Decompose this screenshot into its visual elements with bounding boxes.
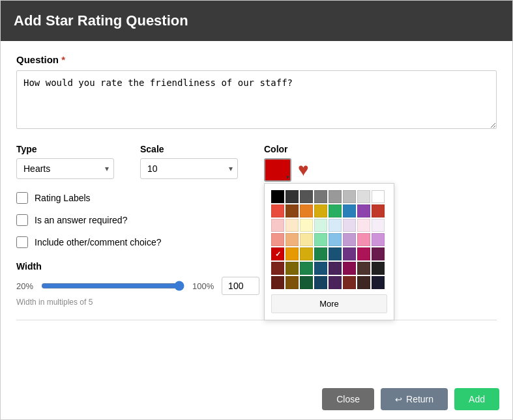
color-cell[interactable] [343,233,356,246]
question-label: Question * [16,54,497,65]
add-button[interactable]: Add [454,388,499,410]
color-grid [271,190,387,289]
required-star: * [61,54,65,65]
color-cell[interactable] [329,262,342,275]
type-control: Type Hearts Stars Numbers ▾ [16,144,114,179]
modal-title: Add Star Rating Question [14,12,188,29]
color-cell[interactable] [286,233,299,246]
color-cell[interactable] [300,219,313,232]
width-row: 20% 100% [16,277,497,295]
controls-row: Type Hearts Stars Numbers ▾ Scale 5 10 [16,144,497,182]
color-cell[interactable] [286,219,299,232]
color-cell[interactable] [372,233,385,246]
required-label: Is an answer required? [35,215,127,225]
color-cell[interactable] [357,190,370,203]
color-cell[interactable] [314,247,327,260]
color-cell[interactable] [314,204,327,217]
color-cell[interactable] [329,233,342,246]
color-cell[interactable] [372,247,385,260]
color-cell[interactable] [286,204,299,217]
color-cell[interactable] [372,276,385,289]
color-cell[interactable] [286,276,299,289]
color-cell[interactable] [271,233,284,246]
return-button[interactable]: ↩ Return [381,388,448,410]
color-cell[interactable] [343,219,356,232]
color-control: Color ♥ [264,144,309,182]
color-label: Color [264,144,309,154]
color-cell[interactable] [271,276,284,289]
color-cell[interactable] [300,204,313,217]
color-swatch-button[interactable] [264,158,291,182]
rating-labels-row: Rating Labels [16,192,497,204]
heart-preview-icon: ♥ [298,160,309,180]
color-cell[interactable] [271,219,284,232]
close-button[interactable]: Close [322,388,374,410]
width-section: Width 20% 100% Width in multiples of 5 [16,261,497,307]
color-cell[interactable] [300,247,313,260]
color-cell[interactable] [343,276,356,289]
color-cell[interactable] [271,262,284,275]
color-cell[interactable] [314,233,327,246]
color-cell-selected[interactable] [271,247,284,260]
color-cell[interactable] [357,262,370,275]
color-cell[interactable] [300,233,313,246]
color-cell[interactable] [271,204,284,217]
other-choice-label: Include other/comment choice? [35,237,162,247]
color-cell[interactable] [372,262,385,275]
color-cell[interactable] [372,204,385,217]
color-cell[interactable] [314,276,327,289]
color-cell[interactable] [300,190,313,203]
type-select[interactable]: Hearts Stars Numbers [16,158,114,179]
width-label: Width [16,261,497,272]
color-cell[interactable] [300,276,313,289]
required-row: Is an answer required? [16,214,497,226]
modal-footer: Close ↩ Return Add [1,379,512,419]
color-cell[interactable] [357,219,370,232]
rating-labels-checkbox[interactable] [16,192,28,204]
color-cell[interactable] [343,204,356,217]
scale-control: Scale 5 10 15 20 ▾ [140,144,238,179]
color-cell[interactable] [329,219,342,232]
more-colors-button[interactable]: More [271,294,387,313]
color-picker-popup: More [264,183,394,320]
other-choice-row: Include other/comment choice? [16,236,497,248]
color-cell[interactable] [343,247,356,260]
color-cell[interactable] [343,262,356,275]
color-cell[interactable] [271,190,284,203]
required-checkbox[interactable] [16,214,28,226]
scale-label: Scale [140,144,238,154]
type-label: Type [16,144,114,154]
scale-select[interactable]: 5 10 15 20 [140,158,238,179]
width-input[interactable] [222,277,259,295]
color-cell[interactable] [357,247,370,260]
question-textarea[interactable]: How would you rate the friendliness of o… [16,70,497,129]
width-slider[interactable] [41,281,184,291]
color-cell[interactable] [314,190,327,203]
color-cell[interactable] [329,247,342,260]
color-cell[interactable] [286,247,299,260]
color-cell[interactable] [372,219,385,232]
color-cell[interactable] [357,276,370,289]
color-cell[interactable] [343,190,356,203]
modal-body: Question * How would you rate the friend… [1,41,512,379]
color-cell[interactable] [286,262,299,275]
type-select-wrapper: Hearts Stars Numbers ▾ [16,158,114,179]
scale-select-wrapper: 5 10 15 20 ▾ [140,158,238,179]
color-preview-row: ♥ [264,158,309,182]
color-cell[interactable] [329,276,342,289]
color-cell[interactable] [329,190,342,203]
other-choice-checkbox[interactable] [16,236,28,248]
rating-labels-label: Rating Labels [35,193,91,203]
color-cell[interactable] [372,190,385,203]
return-arrow-icon: ↩ [395,395,402,404]
color-cell[interactable] [329,204,342,217]
width-max-label: 100% [192,281,214,291]
color-cell[interactable] [314,219,327,232]
color-cell[interactable] [300,262,313,275]
color-cell[interactable] [357,233,370,246]
color-cell[interactable] [357,204,370,217]
color-cell[interactable] [314,262,327,275]
width-hint: Width in multiples of 5 [16,298,497,307]
color-cell[interactable] [286,190,299,203]
modal-header: Add Star Rating Question [1,1,512,41]
